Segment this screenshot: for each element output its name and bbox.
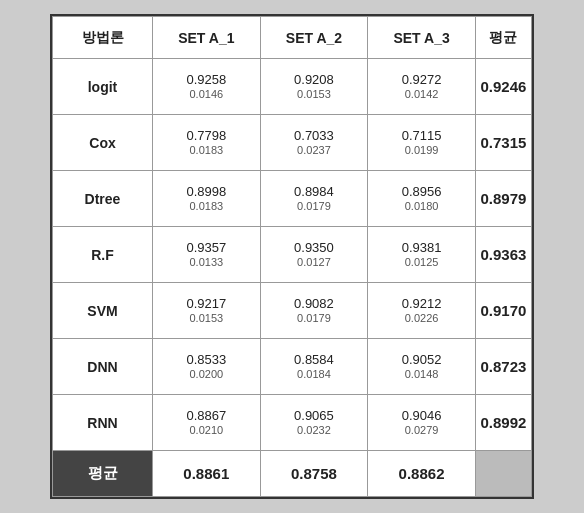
footer-row: 평균0.88610.87580.8862	[53, 451, 532, 497]
data-cell: 0.92170.0153	[153, 283, 261, 339]
header-row: 방법론 SET A_1 SET A_2 SET A_3 평균	[53, 17, 532, 59]
data-cell: 0.92580.0146	[153, 59, 261, 115]
data-cell: 0.93570.0133	[153, 227, 261, 283]
footer-set1: 0.8861	[153, 451, 261, 497]
data-cell: 0.88670.0210	[153, 395, 261, 451]
stats-table-wrapper: 방법론 SET A_1 SET A_2 SET A_3 평균 logit0.92…	[50, 14, 534, 499]
table-row: Dtree0.89980.01830.89840.01790.89560.018…	[53, 171, 532, 227]
header-set1: SET A_1	[153, 17, 261, 59]
table-row: Cox0.77980.01830.70330.02370.71150.01990…	[53, 115, 532, 171]
footer-set2: 0.8758	[260, 451, 368, 497]
data-cell: 0.85330.0200	[153, 339, 261, 395]
avg-cell: 0.9363	[475, 227, 531, 283]
table-row: SVM0.92170.01530.90820.01790.92120.02260…	[53, 283, 532, 339]
results-table: 방법론 SET A_1 SET A_2 SET A_3 평균 logit0.92…	[52, 16, 532, 497]
table-row: R.F0.93570.01330.93500.01270.93810.01250…	[53, 227, 532, 283]
avg-cell: 0.7315	[475, 115, 531, 171]
data-cell: 0.93810.0125	[368, 227, 476, 283]
data-cell: 0.89560.0180	[368, 171, 476, 227]
method-cell: Cox	[53, 115, 153, 171]
data-cell: 0.77980.0183	[153, 115, 261, 171]
footer-label: 평균	[53, 451, 153, 497]
data-cell: 0.71150.0199	[368, 115, 476, 171]
data-cell: 0.89980.0183	[153, 171, 261, 227]
header-avg: 평균	[475, 17, 531, 59]
data-cell: 0.90820.0179	[260, 283, 368, 339]
avg-cell: 0.9246	[475, 59, 531, 115]
data-cell: 0.90460.0279	[368, 395, 476, 451]
header-set3: SET A_3	[368, 17, 476, 59]
avg-cell: 0.8979	[475, 171, 531, 227]
table-row: DNN0.85330.02000.85840.01840.90520.01480…	[53, 339, 532, 395]
data-cell: 0.90650.0232	[260, 395, 368, 451]
header-set2: SET A_2	[260, 17, 368, 59]
avg-cell: 0.8723	[475, 339, 531, 395]
footer-avg	[475, 451, 531, 497]
data-cell: 0.92120.0226	[368, 283, 476, 339]
data-cell: 0.93500.0127	[260, 227, 368, 283]
method-cell: R.F	[53, 227, 153, 283]
data-cell: 0.90520.0148	[368, 339, 476, 395]
method-cell: SVM	[53, 283, 153, 339]
data-cell: 0.92080.0153	[260, 59, 368, 115]
table-row: logit0.92580.01460.92080.01530.92720.014…	[53, 59, 532, 115]
method-cell: RNN	[53, 395, 153, 451]
method-cell: DNN	[53, 339, 153, 395]
footer-set3: 0.8862	[368, 451, 476, 497]
data-cell: 0.92720.0142	[368, 59, 476, 115]
avg-cell: 0.8992	[475, 395, 531, 451]
data-cell: 0.85840.0184	[260, 339, 368, 395]
method-cell: Dtree	[53, 171, 153, 227]
method-cell: logit	[53, 59, 153, 115]
data-cell: 0.89840.0179	[260, 171, 368, 227]
data-cell: 0.70330.0237	[260, 115, 368, 171]
table-row: RNN0.88670.02100.90650.02320.90460.02790…	[53, 395, 532, 451]
header-method: 방법론	[53, 17, 153, 59]
avg-cell: 0.9170	[475, 283, 531, 339]
